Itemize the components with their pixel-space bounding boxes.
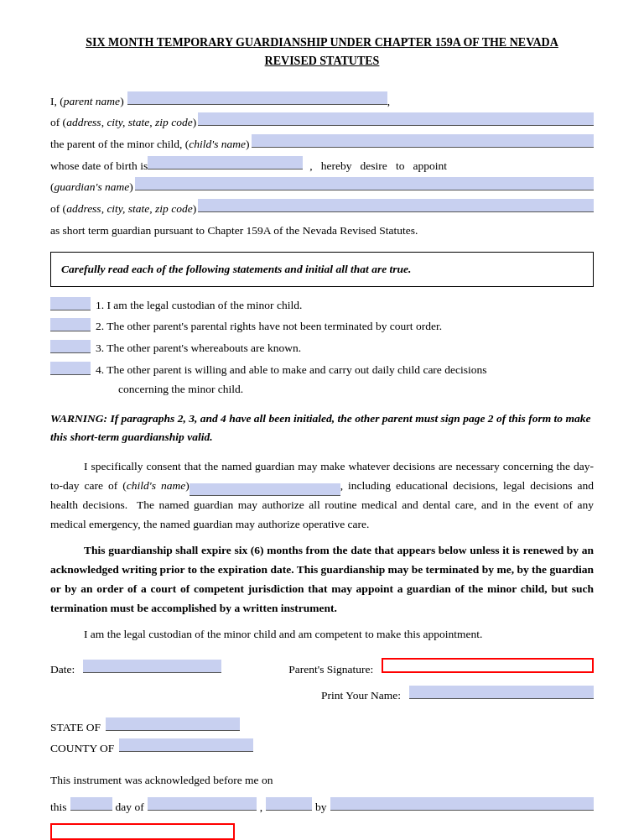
short-term-line: as short term guardian pursuant to Chapt… [50,221,594,241]
year-field[interactable] [266,797,312,811]
by-field[interactable] [330,797,594,811]
state-of-label: STATE OF [50,717,101,738]
hereby-label: , hereby desire to appoint [309,156,447,176]
county-row: COUNTY OF [50,738,594,759]
notary-section: STATE OF COUNTY OF This instrument was a… [50,717,594,840]
parent-of-label: the parent of the minor child, ( [50,134,189,154]
of-paren-end: ) [193,112,197,133]
document-title: SIX MONTH TEMPORARY GUARDIANSHIP UNDER C… [50,34,594,71]
guardian-address-label: address, city, state, zip code [66,199,193,219]
date-sig-row: Date: Parent's Signature: [50,658,594,680]
of-label: of ( [50,112,66,133]
i-label: I, ( [50,91,64,112]
dob-line: whose date of birth is , hereby desire t… [50,156,594,176]
parent-name-label: parent name [64,91,120,112]
short-term-label: as short term guardian pursuant to Chapt… [50,221,418,241]
para3-text: I am the legal custodian of the minor ch… [84,628,482,640]
this-label: this [50,797,67,817]
day-of-label: day of [116,797,144,817]
county-of-label: COUNTY OF [50,738,114,759]
initial-field-1[interactable] [50,297,91,310]
check-text-3: 3. The other parent's whereabouts are kn… [96,338,594,358]
state-row: STATE OF [50,717,594,738]
guardian-name-field[interactable] [135,177,594,190]
acknowledged-line: This instrument was acknowledged before … [50,770,594,790]
careful-read-text: Carefully read each of the following sta… [61,263,411,275]
warning-content: WARNING: If paragraphs 2, 3, and 4 have … [50,412,590,443]
check-text-1: 1. I am the legal custodian of the minor… [96,295,594,316]
address-label: address, city, state, zip code [66,112,193,133]
month-field[interactable] [148,797,257,811]
address-field1[interactable] [198,112,594,126]
initial-field-3[interactable] [50,340,91,353]
guardian-name-line: (guardian's name) [50,177,594,197]
guardian-paren-close: ) [129,177,133,197]
of2-paren-end: ) [193,199,197,219]
print-name-label: Print Your Name: [321,686,401,706]
county-field[interactable] [119,738,253,752]
check-item-4: 4. The other parent is willing and able … [50,360,594,399]
dob-label: whose date of birth is [50,156,148,176]
childs-name-inline: child's name [127,479,185,492]
check-item-2: 2. The other parent's parental rights ha… [50,316,594,337]
paragraph1: I specifically consent that the named gu… [50,457,594,535]
guardian-name-label: guardian's name [55,177,130,197]
paragraph3: I am the legal custodian of the minor ch… [50,625,594,644]
acknowledged-label: This instrument was acknowledged before … [50,774,273,786]
check-text-2: 2. The other parent's parental rights ha… [96,316,594,337]
parent-name-field[interactable] [127,91,387,105]
notary-sign-row [50,820,594,840]
childs-name-label: child's name [189,134,246,154]
comma: , [387,91,390,112]
the-named-span: The named [137,498,190,511]
i-label-end: ) [120,91,124,112]
warning-text: WARNING: If paragraphs 2, 3, and 4 have … [50,410,594,446]
date-field[interactable] [83,660,221,673]
childs-name-line: the parent of the minor child, (child's … [50,134,594,154]
date-label: Date: [50,660,75,680]
title-line2: REVISED STATUTES [50,52,594,70]
childs-name-field-inline[interactable] [190,483,340,496]
check-item-3: 3. The other parent's whereabouts are kn… [50,338,594,358]
print-name-row: Print Your Name: [50,686,594,706]
childs-name-field[interactable] [252,134,594,148]
paragraph2: This guardianship shall expire six (6) m… [50,541,594,618]
initial-field-4[interactable] [50,362,91,375]
guardian-address-line: of (address, city, state, zip code) [50,199,594,219]
title-line1: SIX MONTH TEMPORARY GUARDIANSHIP UNDER C… [50,34,594,52]
form-body: I, (parent name) , of (address, city, st… [50,91,594,840]
careful-read-box: Carefully read each of the following sta… [50,252,594,287]
notary-sig-field[interactable] [50,823,235,840]
check-item-1: 1. I am the legal custodian of the minor… [50,295,594,316]
parent-sig-field[interactable] [382,658,594,673]
this-day-field[interactable] [70,797,112,811]
initial-field-2[interactable] [50,318,91,331]
checklist: 1. I am the legal custodian of the minor… [50,295,594,399]
this-day-row: this day of , by [50,797,594,817]
check-text-4: 4. The other parent is willing and able … [96,360,594,399]
address-line1: of (address, city, state, zip code) [50,112,594,133]
by-label: by [315,797,327,817]
parent-name-line: I, (parent name) , [50,91,594,112]
parent-sig-label: Parent's Signature: [288,660,373,680]
signature-section: Date: Parent's Signature: Print Your Nam… [50,658,594,706]
print-name-field[interactable] [409,686,594,699]
of-label2: of ( [50,199,66,219]
dob-field[interactable] [148,156,303,170]
childs-name-paren: ) [246,134,250,154]
guardian-address-field[interactable] [198,199,594,212]
state-field[interactable] [106,717,240,731]
comma2: , [260,797,262,817]
